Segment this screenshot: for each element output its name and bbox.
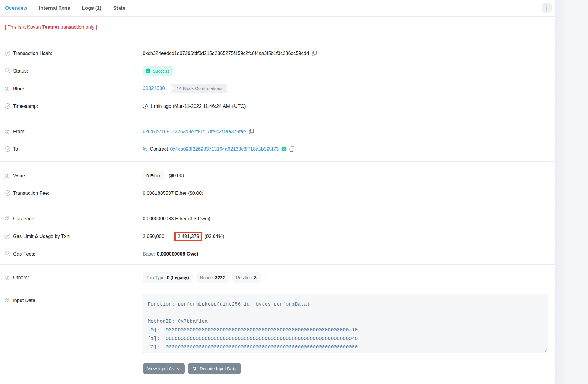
- gas-limit-label: Gas Limit & Usage by Txn:: [13, 234, 71, 239]
- transaction-details-page: Overview Internal Txns Logs (1) State [ …: [0, 0, 588, 384]
- block-label: Block:: [13, 86, 26, 91]
- testnet-notice-suffix: transaction only ]: [59, 24, 97, 30]
- status-value: Success: [153, 68, 169, 73]
- gas-price-value: 0.0000000033 Ether (3.3 Gwei): [143, 216, 210, 222]
- row-from: ? From: 0x647e7168122263d8e7f81f17fff9c2…: [0, 123, 555, 140]
- row-gas-price: ? Gas Price: 0.0000000033 Ether (3.3 Gwe…: [0, 210, 555, 227]
- transaction-hash-label-cell: ? Transaction Hash:: [5, 51, 143, 56]
- view-input-as-label: View Input As: [147, 366, 174, 371]
- help-icon[interactable]: ?: [5, 234, 10, 239]
- row-input-data: ? Input Data: Function: performUpkeep(ui…: [0, 294, 555, 353]
- gas-separator: |: [168, 234, 169, 239]
- transaction-hash-label: Transaction Hash:: [13, 51, 52, 56]
- help-icon[interactable]: ?: [5, 173, 10, 178]
- block-number-link[interactable]: 30324830: [143, 85, 165, 91]
- gas-limit-label-cell: ? Gas Limit & Usage by Txn:: [5, 234, 143, 239]
- input-data-actions: View Input As Decode Input Data: [143, 363, 555, 374]
- gas-used-percent: (93.64%): [204, 234, 224, 239]
- help-icon[interactable]: ?: [5, 86, 10, 91]
- timestamp-label-cell: ? Timestamp:: [5, 103, 143, 109]
- transaction-hash-value: 0xcb324eedcd1d07296fdf3d215a2865275f159c…: [143, 51, 309, 56]
- page-background-strip: [555, 0, 588, 384]
- input-data-box[interactable]: Function: performUpkeep(uint256 id, byte…: [143, 294, 548, 353]
- kebab-dot-icon: [546, 5, 547, 6]
- others-label-cell: ? Others:: [5, 275, 143, 280]
- from-label: From:: [13, 129, 26, 134]
- kebab-menu-button[interactable]: [542, 3, 552, 13]
- help-icon[interactable]: ?: [5, 298, 10, 303]
- help-icon[interactable]: ?: [5, 216, 10, 221]
- chevron-down-icon: [177, 368, 180, 370]
- testnet-notice-bold: Testnet: [42, 24, 59, 30]
- gas-price-label: Gas Price:: [13, 216, 36, 222]
- value-usd: ($0.00): [169, 173, 184, 178]
- nonce-badge: Nonce:3222: [196, 272, 229, 283]
- row-status: ? Status: Success: [0, 62, 555, 80]
- check-circle-icon: [146, 68, 151, 73]
- help-icon[interactable]: ?: [5, 68, 10, 73]
- transaction-fee-value: 0.0081885507 Ether ($0.00): [143, 190, 203, 196]
- input-data-content: Function: performUpkeep(uint256 id, byte…: [148, 300, 543, 351]
- tab-internal-txns[interactable]: Internal Txns: [33, 0, 76, 16]
- to-contract-prefix: Contract: [150, 146, 168, 152]
- help-icon[interactable]: ?: [5, 103, 10, 109]
- tab-bar: Overview Internal Txns Logs (1) State: [0, 0, 555, 17]
- row-value: ? Value: 0 Ether ($0.00): [0, 167, 555, 184]
- txn-type-label: Txn Type:: [146, 275, 166, 280]
- help-icon[interactable]: ?: [5, 146, 10, 152]
- gas-used-value: 2,481,379: [178, 234, 199, 239]
- gas-fees-label: Gas Fees:: [13, 251, 35, 257]
- verified-check-icon: [281, 146, 287, 152]
- row-others: ? Others: Txn Type:0 (Legacy) Nonce:3222…: [0, 269, 555, 286]
- block-label-cell: ? Block:: [5, 86, 143, 91]
- decode-input-data-button[interactable]: Decode Input Data: [188, 363, 241, 374]
- help-icon[interactable]: ?: [5, 275, 10, 280]
- zoom-in-icon[interactable]: [143, 147, 148, 152]
- to-label-cell: ? To:: [5, 146, 143, 152]
- section-value: ? Value: 0 Ether ($0.00) ? Transaction F…: [0, 162, 555, 206]
- timestamp-value: 1 min ago (Mar-11-2022 11:46:24 AM +UTC): [150, 103, 246, 109]
- value-badge: 0 Ether: [143, 171, 164, 180]
- row-timestamp: ? Timestamp: 1 min ago (Mar-11-2022 11:4…: [0, 97, 555, 115]
- input-data-label-cell: ? Input Data:: [5, 294, 143, 303]
- row-transaction-fee: ? Transaction Fee: 0.0081885507 Ether ($…: [0, 184, 555, 202]
- decode-input-data-label: Decode Input Data: [200, 366, 236, 371]
- tab-logs[interactable]: Logs (1): [76, 0, 107, 16]
- status-label: Status:: [13, 68, 28, 74]
- bottom-spacer: [0, 380, 555, 384]
- value-label-cell: ? Value:: [5, 173, 143, 178]
- help-icon[interactable]: ?: [5, 51, 10, 56]
- row-gas-fees: ? Gas Fees: Base: 0.000000008 Gwei: [0, 245, 555, 263]
- view-input-as-button[interactable]: View Input As: [143, 363, 185, 374]
- row-gas-limit-usage: ? Gas Limit & Usage by Txn: 2,650,000 | …: [0, 227, 555, 245]
- from-address-link[interactable]: 0x647e7168122263d8e7f81f17fff9c2f1aa379f…: [143, 129, 246, 134]
- txn-type-value: 0 (Legacy): [167, 275, 189, 280]
- help-icon[interactable]: ?: [5, 251, 10, 256]
- copy-icon[interactable]: [289, 146, 294, 152]
- status-badge: Success: [143, 66, 173, 76]
- status-label-cell: ? Status:: [5, 68, 143, 74]
- block-confirmations-badge: 14 Block Confirmations: [169, 84, 227, 93]
- copy-icon[interactable]: [312, 51, 317, 56]
- transaction-fee-label: Transaction Fee:: [13, 190, 49, 196]
- overview-card: Overview Internal Txns Logs (1) State [ …: [0, 0, 555, 384]
- to-label: To:: [13, 146, 19, 152]
- row-transaction-hash: ? Transaction Hash: 0xcb324eedcd1d07296f…: [0, 44, 555, 62]
- position-value: 8: [254, 275, 256, 280]
- gas-used-highlight: 2,481,379: [174, 232, 202, 241]
- help-icon[interactable]: ?: [5, 190, 10, 196]
- gas-fees-label-cell: ? Gas Fees:: [5, 251, 143, 257]
- help-icon[interactable]: ?: [5, 129, 10, 134]
- resize-handle-icon[interactable]: [543, 349, 547, 352]
- tab-state[interactable]: State: [107, 0, 131, 16]
- section-parties: ? From: 0x647e7168122263d8e7f81f17fff9c2…: [0, 119, 555, 162]
- base-fee-value: 0.000000008 Gwei: [157, 251, 198, 257]
- position-label: Position:: [236, 275, 253, 280]
- gas-price-label-cell: ? Gas Price:: [5, 216, 143, 222]
- to-address-link[interactable]: 0x4cb093f226983713164a62138c3f718a5b595f…: [170, 146, 279, 152]
- tab-overview[interactable]: Overview: [0, 0, 33, 16]
- others-label: Others:: [13, 275, 29, 280]
- gas-limit-value: 2,650,000: [143, 234, 164, 239]
- from-label-cell: ? From:: [5, 129, 143, 134]
- copy-icon[interactable]: [249, 129, 254, 134]
